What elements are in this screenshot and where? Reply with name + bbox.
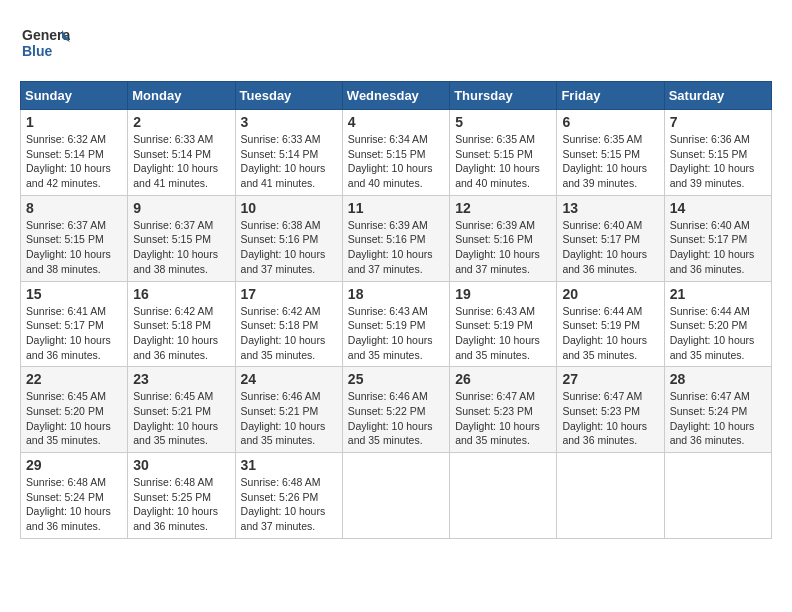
day-number: 21 [670,286,766,302]
day-number: 9 [133,200,229,216]
calendar-day-cell: 18Sunrise: 6:43 AM Sunset: 5:19 PM Dayli… [342,281,449,367]
day-info: Sunrise: 6:39 AM Sunset: 5:16 PM Dayligh… [455,218,551,277]
calendar-week-row: 22Sunrise: 6:45 AM Sunset: 5:20 PM Dayli… [21,367,772,453]
day-info: Sunrise: 6:48 AM Sunset: 5:25 PM Dayligh… [133,475,229,534]
day-number: 28 [670,371,766,387]
day-info: Sunrise: 6:44 AM Sunset: 5:20 PM Dayligh… [670,304,766,363]
day-number: 15 [26,286,122,302]
calendar-day-cell: 31Sunrise: 6:48 AM Sunset: 5:26 PM Dayli… [235,453,342,539]
day-info: Sunrise: 6:47 AM Sunset: 5:23 PM Dayligh… [455,389,551,448]
day-number: 24 [241,371,337,387]
calendar-day-cell: 10Sunrise: 6:38 AM Sunset: 5:16 PM Dayli… [235,195,342,281]
day-info: Sunrise: 6:47 AM Sunset: 5:24 PM Dayligh… [670,389,766,448]
day-info: Sunrise: 6:37 AM Sunset: 5:15 PM Dayligh… [133,218,229,277]
calendar-day-cell: 12Sunrise: 6:39 AM Sunset: 5:16 PM Dayli… [450,195,557,281]
day-number: 19 [455,286,551,302]
day-number: 14 [670,200,766,216]
day-number: 12 [455,200,551,216]
page-header: General Blue [20,20,772,65]
logo: General Blue [20,20,70,65]
weekday-header: Friday [557,82,664,110]
calendar-week-row: 29Sunrise: 6:48 AM Sunset: 5:24 PM Dayli… [21,453,772,539]
day-number: 22 [26,371,122,387]
day-info: Sunrise: 6:43 AM Sunset: 5:19 PM Dayligh… [348,304,444,363]
day-number: 11 [348,200,444,216]
day-number: 17 [241,286,337,302]
calendar-day-cell: 21Sunrise: 6:44 AM Sunset: 5:20 PM Dayli… [664,281,771,367]
day-info: Sunrise: 6:40 AM Sunset: 5:17 PM Dayligh… [670,218,766,277]
calendar-day-cell: 20Sunrise: 6:44 AM Sunset: 5:19 PM Dayli… [557,281,664,367]
day-number: 29 [26,457,122,473]
calendar-day-cell: 26Sunrise: 6:47 AM Sunset: 5:23 PM Dayli… [450,367,557,453]
day-info: Sunrise: 6:46 AM Sunset: 5:21 PM Dayligh… [241,389,337,448]
day-info: Sunrise: 6:47 AM Sunset: 5:23 PM Dayligh… [562,389,658,448]
weekday-header: Monday [128,82,235,110]
day-number: 25 [348,371,444,387]
calendar-day-cell: 15Sunrise: 6:41 AM Sunset: 5:17 PM Dayli… [21,281,128,367]
day-info: Sunrise: 6:35 AM Sunset: 5:15 PM Dayligh… [455,132,551,191]
calendar-day-cell: 1Sunrise: 6:32 AM Sunset: 5:14 PM Daylig… [21,110,128,196]
day-number: 31 [241,457,337,473]
calendar-week-row: 15Sunrise: 6:41 AM Sunset: 5:17 PM Dayli… [21,281,772,367]
weekday-header: Saturday [664,82,771,110]
calendar-header-row: SundayMondayTuesdayWednesdayThursdayFrid… [21,82,772,110]
day-info: Sunrise: 6:44 AM Sunset: 5:19 PM Dayligh… [562,304,658,363]
calendar-day-cell: 22Sunrise: 6:45 AM Sunset: 5:20 PM Dayli… [21,367,128,453]
day-number: 7 [670,114,766,130]
day-info: Sunrise: 6:48 AM Sunset: 5:24 PM Dayligh… [26,475,122,534]
day-number: 5 [455,114,551,130]
day-info: Sunrise: 6:43 AM Sunset: 5:19 PM Dayligh… [455,304,551,363]
calendar-day-cell: 4Sunrise: 6:34 AM Sunset: 5:15 PM Daylig… [342,110,449,196]
day-info: Sunrise: 6:45 AM Sunset: 5:21 PM Dayligh… [133,389,229,448]
calendar-day-cell: 24Sunrise: 6:46 AM Sunset: 5:21 PM Dayli… [235,367,342,453]
day-number: 26 [455,371,551,387]
calendar-day-cell: 19Sunrise: 6:43 AM Sunset: 5:19 PM Dayli… [450,281,557,367]
calendar-day-cell: 14Sunrise: 6:40 AM Sunset: 5:17 PM Dayli… [664,195,771,281]
day-info: Sunrise: 6:45 AM Sunset: 5:20 PM Dayligh… [26,389,122,448]
day-info: Sunrise: 6:42 AM Sunset: 5:18 PM Dayligh… [241,304,337,363]
svg-text:Blue: Blue [22,43,53,59]
empty-cell [342,453,449,539]
calendar-day-cell: 28Sunrise: 6:47 AM Sunset: 5:24 PM Dayli… [664,367,771,453]
day-info: Sunrise: 6:48 AM Sunset: 5:26 PM Dayligh… [241,475,337,534]
calendar-day-cell: 25Sunrise: 6:46 AM Sunset: 5:22 PM Dayli… [342,367,449,453]
calendar-day-cell: 8Sunrise: 6:37 AM Sunset: 5:15 PM Daylig… [21,195,128,281]
empty-cell [557,453,664,539]
day-number: 16 [133,286,229,302]
day-info: Sunrise: 6:32 AM Sunset: 5:14 PM Dayligh… [26,132,122,191]
day-number: 27 [562,371,658,387]
weekday-header: Wednesday [342,82,449,110]
day-info: Sunrise: 6:37 AM Sunset: 5:15 PM Dayligh… [26,218,122,277]
day-info: Sunrise: 6:34 AM Sunset: 5:15 PM Dayligh… [348,132,444,191]
day-number: 18 [348,286,444,302]
calendar-day-cell: 5Sunrise: 6:35 AM Sunset: 5:15 PM Daylig… [450,110,557,196]
day-info: Sunrise: 6:33 AM Sunset: 5:14 PM Dayligh… [133,132,229,191]
calendar-day-cell: 17Sunrise: 6:42 AM Sunset: 5:18 PM Dayli… [235,281,342,367]
empty-cell [664,453,771,539]
day-info: Sunrise: 6:39 AM Sunset: 5:16 PM Dayligh… [348,218,444,277]
day-number: 3 [241,114,337,130]
day-number: 1 [26,114,122,130]
empty-cell [450,453,557,539]
calendar-day-cell: 9Sunrise: 6:37 AM Sunset: 5:15 PM Daylig… [128,195,235,281]
day-info: Sunrise: 6:36 AM Sunset: 5:15 PM Dayligh… [670,132,766,191]
calendar-day-cell: 6Sunrise: 6:35 AM Sunset: 5:15 PM Daylig… [557,110,664,196]
calendar-day-cell: 13Sunrise: 6:40 AM Sunset: 5:17 PM Dayli… [557,195,664,281]
logo-svg: General Blue [20,20,70,65]
day-number: 2 [133,114,229,130]
calendar-day-cell: 30Sunrise: 6:48 AM Sunset: 5:25 PM Dayli… [128,453,235,539]
day-number: 30 [133,457,229,473]
calendar-day-cell: 7Sunrise: 6:36 AM Sunset: 5:15 PM Daylig… [664,110,771,196]
calendar-day-cell: 3Sunrise: 6:33 AM Sunset: 5:14 PM Daylig… [235,110,342,196]
day-number: 23 [133,371,229,387]
day-info: Sunrise: 6:42 AM Sunset: 5:18 PM Dayligh… [133,304,229,363]
day-info: Sunrise: 6:46 AM Sunset: 5:22 PM Dayligh… [348,389,444,448]
calendar-table: SundayMondayTuesdayWednesdayThursdayFrid… [20,81,772,539]
day-info: Sunrise: 6:33 AM Sunset: 5:14 PM Dayligh… [241,132,337,191]
weekday-header: Thursday [450,82,557,110]
calendar-day-cell: 2Sunrise: 6:33 AM Sunset: 5:14 PM Daylig… [128,110,235,196]
day-number: 20 [562,286,658,302]
calendar-day-cell: 23Sunrise: 6:45 AM Sunset: 5:21 PM Dayli… [128,367,235,453]
day-info: Sunrise: 6:38 AM Sunset: 5:16 PM Dayligh… [241,218,337,277]
day-info: Sunrise: 6:40 AM Sunset: 5:17 PM Dayligh… [562,218,658,277]
